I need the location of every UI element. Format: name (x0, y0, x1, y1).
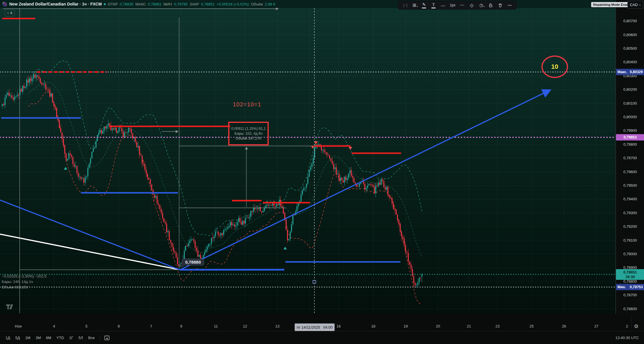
currency-selector[interactable]: CAD ∨ (628, 1, 643, 9)
time-label: 25 (530, 324, 534, 328)
time-label: 12 (243, 324, 247, 328)
tradingview-window: New Zealand Dollar/Canadian Dollar · 1ч … (0, 0, 644, 344)
axis-settings-gear-icon[interactable]: ⚙ (634, 323, 639, 330)
max-price-badge: Макс. 0,80329 (616, 69, 644, 75)
price-tick: 0,79800 (616, 142, 644, 147)
symbol-header: New Zealand Dollar/Canadian Dollar · 1ч … (0, 0, 618, 8)
ratio-annotation[interactable]: 102=10=1 (233, 101, 261, 108)
price-tick: 0,79200 (616, 224, 644, 229)
low-value: 0,78795 (174, 2, 188, 6)
bottom-toolbar: 1Д5Д1М3М6МYTD1Г5ЛВсе 13:40:30 UTC (0, 331, 644, 344)
text-color-icon[interactable]: T (429, 2, 438, 9)
price-tick: 0,78600 (616, 307, 644, 311)
measure2-volume: Объём 869,85К (2, 284, 47, 290)
min-value: 0,78753 (630, 285, 643, 289)
high-label: МАКС (135, 2, 146, 6)
current-price: 0,78851 (623, 270, 637, 275)
measure1-bars: Бары: 102, 4д 6ч (234, 132, 262, 136)
change-value: +0,00016 (+0,02%) (217, 2, 249, 6)
time-axis[interactable]: пт 14/11/2025 04:00 ⚙ Ноя456791112131618… (0, 314, 644, 331)
symbol-title[interactable]: New Zealand Dollar/Canadian Dollar · 1ч … (9, 2, 102, 6)
time-label: 9 (180, 324, 182, 328)
range-button-YTD[interactable]: YTD (54, 334, 66, 341)
axis-divider (632, 316, 632, 329)
time-label: 4 (53, 324, 55, 328)
price-tick: 0,80400 (616, 60, 644, 64)
measure2-bars: Бары: 240, 14д 1ч (2, 279, 47, 284)
market-open-dot-icon (104, 3, 106, 5)
target-circle-annotation[interactable]: 10 (541, 56, 568, 78)
hidden-indicators-chip[interactable]: ∨ 4 (5, 9, 15, 16)
measure-readout-box[interactable]: 0,00911 (1,15%) 91,1 Бары: 102, 4д 6ч Об… (228, 122, 269, 145)
line-width-icon[interactable]: — (438, 2, 448, 9)
drawing-toolbar: ⋮⋮ ⊞+ ✎ T — 1px ╌╌ ◇○ ◷+ ••• (398, 1, 517, 10)
range-button-3М[interactable]: 3М (33, 334, 43, 341)
time-label: 20 (436, 324, 440, 328)
low-label: МИН (164, 2, 172, 6)
close-value: 0,78851 (201, 2, 215, 6)
hidden-count: 4 (10, 11, 12, 15)
time-label: 23 (495, 324, 500, 328)
goto-date-icon[interactable] (104, 335, 110, 341)
price-tick: 0,80700 (616, 19, 644, 23)
time-label: 21 (467, 324, 471, 328)
close-label: ЗАКР (190, 2, 199, 6)
high-value: 0,78861 (148, 2, 162, 6)
price-tick: 0,79900 (616, 128, 644, 133)
max-label: Макс. (617, 70, 627, 74)
pane-divider (615, 0, 616, 314)
time-label: 11 (214, 324, 218, 328)
time-label: 7 (150, 324, 152, 328)
price-tick: 0,79500 (616, 183, 644, 188)
time-label: 16 (337, 324, 341, 328)
chevron-down-icon: ∨ (7, 12, 9, 14)
max-value: 0,80329 (630, 70, 643, 74)
crosshair-date-label: пт 14/11/2025 04:00 (295, 323, 335, 331)
violet-level-badge: 0,79853 (616, 134, 644, 140)
time-label: 6 (118, 324, 120, 328)
open-value: 0,78835 (120, 2, 133, 6)
range-button-Все[interactable]: Все (86, 334, 97, 341)
timer-icon[interactable]: ◷+ (476, 2, 486, 9)
nzd-flag-icon (2, 2, 7, 7)
line-style-icon[interactable]: ╌╌ (457, 2, 467, 9)
time-label: 26 (562, 324, 566, 328)
min-label: Мин. (617, 285, 626, 289)
line-width-value[interactable]: 1px (448, 2, 457, 9)
price-axis[interactable]: Макс. 0,80329 0,79853 0,78851 19:30 Мин.… (616, 0, 644, 314)
chart-canvas[interactable] (0, 0, 615, 314)
range-button-1Г[interactable]: 1Г (66, 334, 76, 341)
toolbar-drag-handle[interactable]: ⋮⋮ (400, 2, 410, 9)
chart-pane[interactable] (0, 0, 615, 314)
chevron-down-icon: ∨ (639, 3, 641, 6)
min-price-badge: Мин. 0,78753 (616, 284, 644, 290)
range-button-1Д[interactable]: 1Д (3, 334, 13, 341)
price-tick: 0,80500 (616, 46, 644, 51)
price-tick: 0,79600 (616, 170, 644, 174)
toolbar-divider (100, 335, 100, 341)
measure1-volume: Объём 347,27К (236, 136, 261, 140)
time-label: 19 (404, 324, 408, 328)
price-tick: 0,79100 (616, 238, 644, 243)
time-label: 18 (371, 324, 375, 328)
lock-icon[interactable] (486, 2, 495, 9)
price-tick: 0,80100 (616, 101, 644, 106)
range-button-5Д[interactable]: 5Д (13, 334, 23, 341)
utc-clock[interactable]: 13:40:30 UTC (615, 336, 639, 340)
more-options-icon[interactable]: ••• (505, 2, 515, 9)
pencil-color-icon[interactable]: ✎ (419, 2, 429, 9)
time-label: Ноя (15, 324, 22, 328)
tradingview-logo[interactable] (6, 304, 14, 311)
shape-style-icon[interactable]: ◇○ (467, 2, 476, 9)
range-button-5Л[interactable]: 5Л (76, 334, 86, 341)
price-tick: 0,80600 (616, 33, 644, 37)
trash-icon[interactable] (495, 2, 505, 9)
price-tick: 0,80000 (616, 115, 644, 119)
range-button-6М[interactable]: 6М (43, 334, 54, 341)
measure2-change: −0,02025 (−2,50%) −202,5 (2, 273, 47, 279)
measure1-change: 0,00911 (1,15%) 91,1 (231, 127, 266, 131)
object-tree-icon[interactable]: ⊞+ (410, 2, 419, 9)
price-tick: 0,79000 (616, 252, 644, 256)
measure2-readout: −0,02025 (−2,50%) −202,5 Бары: 240, 14д … (2, 273, 47, 290)
range-button-1М[interactable]: 1М (23, 334, 33, 341)
